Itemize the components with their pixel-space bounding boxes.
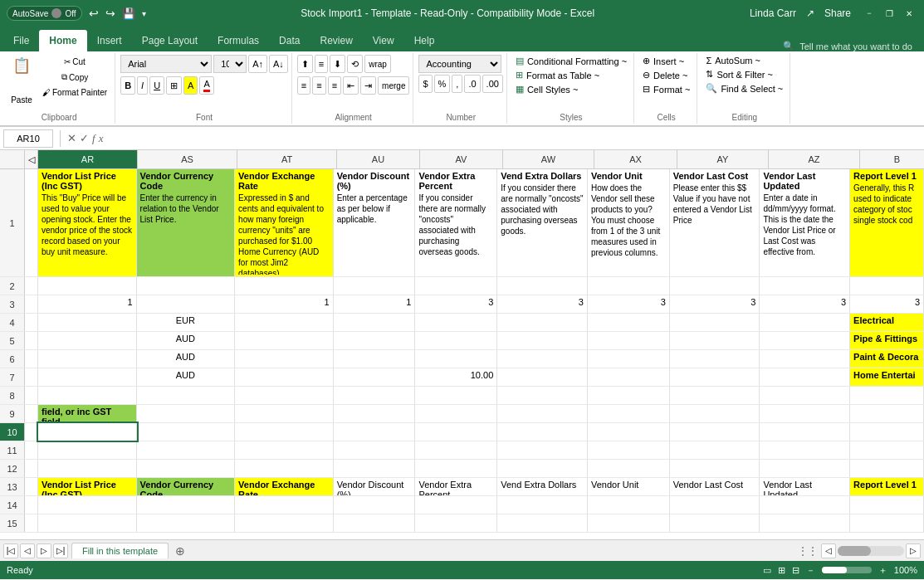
- format-btn[interactable]: ⊟ Format ~: [639, 83, 693, 95]
- row-num-1[interactable]: 1: [0, 169, 25, 276]
- cell-6-AU[interactable]: [334, 350, 416, 368]
- cell-4-AS[interactable]: EUR: [137, 314, 236, 331]
- cell-14-AR[interactable]: [38, 496, 137, 514]
- cell-2-AR[interactable]: [38, 277, 137, 295]
- cell-15-B[interactable]: [850, 514, 924, 532]
- cell-4-AR[interactable]: [38, 314, 137, 331]
- cell-3-AS[interactable]: [137, 295, 236, 313]
- cancel-formula-icon[interactable]: ✕: [67, 132, 76, 145]
- cell-11-AV[interactable]: [415, 441, 497, 459]
- view-page-layout-btn[interactable]: ⊞: [778, 565, 785, 576]
- cell-4-AZ[interactable]: [760, 314, 850, 331]
- col-header-AT[interactable]: AT: [237, 150, 337, 168]
- cell-9-AX[interactable]: [588, 405, 670, 422]
- increase-indent-btn[interactable]: ⇥: [360, 76, 376, 95]
- bold-btn[interactable]: B: [120, 76, 135, 95]
- cell-14-AV[interactable]: [415, 496, 497, 514]
- cell-5-B[interactable]: Pipe & Fittings: [850, 332, 924, 349]
- tab-help[interactable]: Help: [404, 30, 445, 51]
- cell-11-AX[interactable]: [588, 441, 670, 459]
- select-all-btn[interactable]: ◁: [25, 150, 38, 168]
- cell-12-B[interactable]: [850, 460, 924, 477]
- copy-btn[interactable]: ⧉ Copy: [38, 70, 111, 85]
- cell-11-AS[interactable]: [137, 441, 236, 459]
- col-header-AV[interactable]: AV: [420, 150, 503, 168]
- cell-9-AV[interactable]: [415, 405, 497, 422]
- cell-11-AT[interactable]: [235, 441, 334, 459]
- cell-10-B[interactable]: [850, 423, 924, 441]
- more-options-icon[interactable]: ⋮⋮: [798, 545, 818, 557]
- cell-13-AR[interactable]: Vendor List Price (Inc GST): [38, 478, 137, 495]
- sheet-first-btn[interactable]: |◁: [3, 543, 18, 558]
- cell-8-AR[interactable]: [38, 387, 137, 404]
- cell-7-AY[interactable]: [670, 368, 760, 386]
- cell-12-AS[interactable]: [137, 460, 236, 477]
- cell-8-AS[interactable]: [137, 387, 236, 404]
- cell-5-AY[interactable]: [670, 332, 760, 349]
- cell-styles-btn[interactable]: ▦ Cell Styles ~: [512, 83, 581, 95]
- cell-3-AT[interactable]: 1: [235, 295, 334, 313]
- font-increase-btn[interactable]: A↑: [248, 55, 267, 73]
- underline-btn[interactable]: U: [149, 76, 164, 95]
- cell-10-AV[interactable]: [415, 423, 497, 441]
- cell-13-AY[interactable]: Vendor Last Cost: [670, 478, 760, 495]
- tab-home[interactable]: Home: [39, 30, 86, 51]
- increase-decimal-btn[interactable]: .00: [482, 75, 503, 93]
- sheet-tab-fill-in-template[interactable]: Fill in this template: [71, 543, 169, 558]
- cell-13-AZ[interactable]: Vendor Last Updated: [760, 478, 850, 495]
- scroll-left-btn[interactable]: ◁: [821, 543, 836, 558]
- cell-4-AY[interactable]: [670, 314, 760, 331]
- cell-14-AY[interactable]: [670, 496, 760, 514]
- align-center-btn[interactable]: ≡: [312, 76, 325, 95]
- cell-5-AZ[interactable]: [760, 332, 850, 349]
- cell-9-AS[interactable]: [137, 405, 236, 422]
- cell-14-B[interactable]: [850, 496, 924, 514]
- cell-15-AW[interactable]: [497, 514, 588, 532]
- cell-1-B[interactable]: Report Level 1 Generally, this R used to…: [850, 169, 924, 276]
- cell-4-AT[interactable]: [235, 314, 334, 331]
- col-header-AW[interactable]: AW: [503, 150, 594, 168]
- quick-access-more[interactable]: ▾: [142, 9, 146, 18]
- cell-8-AV[interactable]: [415, 387, 497, 404]
- sheet-prev-btn[interactable]: ◁: [20, 543, 35, 558]
- percent-btn[interactable]: %: [434, 75, 451, 93]
- cell-11-AY[interactable]: [670, 441, 760, 459]
- cell-2-AU[interactable]: [334, 277, 416, 295]
- cell-1-AR[interactable]: Vendor List Price (Inc GST) This "Buy" P…: [38, 169, 137, 276]
- align-left-btn[interactable]: ≡: [297, 76, 310, 95]
- cell-7-AZ[interactable]: [760, 368, 850, 386]
- fill-color-btn[interactable]: A: [183, 76, 198, 95]
- cell-14-AW[interactable]: [497, 496, 588, 514]
- insert-function-label[interactable]: x: [99, 132, 104, 145]
- cell-6-AR[interactable]: [38, 350, 137, 368]
- cell-9-B[interactable]: [850, 405, 924, 422]
- autosave-toggle[interactable]: AutoSave Off: [7, 6, 82, 21]
- scroll-right-btn[interactable]: ▷: [906, 543, 921, 558]
- sheet-last-btn[interactable]: ▷|: [53, 543, 68, 558]
- comma-btn[interactable]: ,: [452, 75, 462, 93]
- cell-1-AU[interactable]: Vendor Discount (%) Enter a percentage a…: [334, 169, 416, 276]
- row-num-4[interactable]: 4: [0, 314, 25, 331]
- cell-12-AU[interactable]: [334, 460, 416, 477]
- row-num-10[interactable]: 10: [0, 423, 25, 441]
- col-header-AZ[interactable]: AZ: [769, 150, 860, 168]
- cell-15-AV[interactable]: [415, 514, 497, 532]
- cell-10-AU[interactable]: [334, 423, 416, 441]
- find-select-btn[interactable]: 🔍 Find & Select ~: [702, 82, 786, 95]
- cell-reference-input[interactable]: AR10: [3, 129, 53, 148]
- cell-15-AZ[interactable]: [760, 514, 850, 532]
- cell-7-AT[interactable]: [235, 368, 334, 386]
- cell-15-AY[interactable]: [670, 514, 760, 532]
- cell-11-AZ[interactable]: [760, 441, 850, 459]
- save-icon[interactable]: 💾: [122, 7, 135, 20]
- cell-6-AY[interactable]: [670, 350, 760, 368]
- cell-9-AY[interactable]: [670, 405, 760, 422]
- cell-10-AY[interactable]: [670, 423, 760, 441]
- row-num-11[interactable]: 11: [0, 441, 25, 459]
- cell-1-AX[interactable]: Vendor Unit How does the Vendor sell the…: [588, 169, 670, 276]
- cell-11-AU[interactable]: [334, 441, 416, 459]
- insert-btn[interactable]: ⊕ Insert ~: [639, 55, 687, 67]
- italic-btn[interactable]: I: [137, 76, 148, 95]
- cell-5-AT[interactable]: [235, 332, 334, 349]
- cell-3-AU[interactable]: 1: [334, 295, 416, 313]
